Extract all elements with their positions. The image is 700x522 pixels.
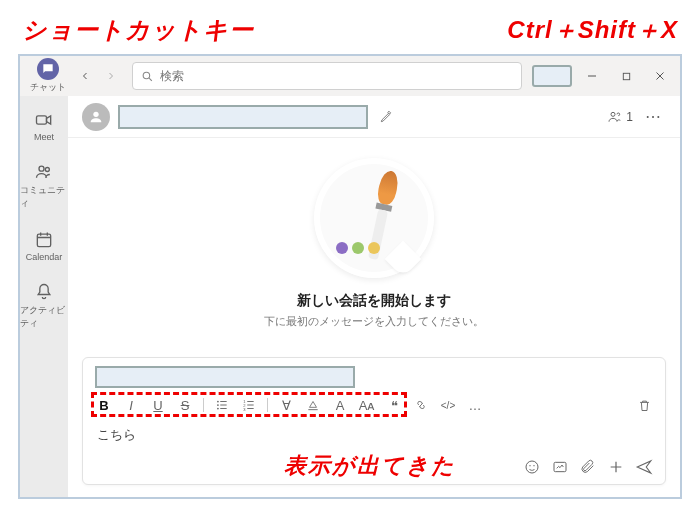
add-button[interactable]: [607, 458, 625, 476]
sidebar-item-label: Meet: [34, 132, 54, 142]
window-close-button[interactable]: [646, 62, 674, 90]
search-icon: [141, 70, 154, 83]
sidebar-item-calendar[interactable]: Calendar: [20, 230, 68, 262]
compose-box: B I U S 123 ∀ A: [82, 357, 666, 485]
svg-point-7: [611, 112, 615, 116]
sidebar-item-label: アクティビティ: [20, 304, 68, 330]
window-minimize-button[interactable]: [578, 62, 606, 90]
sidebar-item-meet[interactable]: Meet: [20, 110, 68, 142]
sidebar-item-activity[interactable]: アクティビティ: [20, 282, 68, 330]
contact-avatar[interactable]: [82, 103, 110, 131]
toolbar-separator: [267, 398, 268, 412]
people-small-icon: [607, 109, 623, 125]
number-list-button[interactable]: 123: [240, 396, 258, 414]
svg-point-4: [45, 168, 49, 172]
app-sidebar: Meet コミュニティ Calendar アクティビティ: [20, 96, 68, 497]
message-body[interactable]: こちら: [83, 420, 665, 452]
search-box[interactable]: [132, 62, 522, 90]
ellipsis-icon: ⋯: [645, 108, 662, 125]
subject-input[interactable]: [95, 366, 355, 388]
annotation-shortcut-label: ショートカットキー: [22, 14, 254, 46]
empty-state: 新しい会話を開始します 下に最初のメッセージを入力してください。: [68, 138, 680, 341]
svg-text:3: 3: [243, 407, 246, 412]
empty-state-illustration: [314, 158, 434, 278]
participant-count-value: 1: [626, 110, 633, 124]
annotation-shortcut-keys: Ctrl＋Shift＋X: [507, 14, 678, 46]
participant-count[interactable]: 1: [607, 109, 633, 125]
people-icon: [34, 162, 54, 182]
bullet-list-icon: [215, 398, 229, 412]
svg-point-9: [217, 404, 219, 406]
link-icon: [414, 398, 428, 412]
toolbar-more-button[interactable]: …: [466, 396, 484, 414]
trash-icon: [637, 398, 652, 413]
nav-back-button[interactable]: [74, 65, 96, 87]
bullet-list-button[interactable]: [213, 396, 231, 414]
svg-point-14: [526, 461, 538, 473]
maximize-icon: [621, 71, 632, 82]
svg-point-8: [217, 401, 219, 403]
sidebar-item-label: Calendar: [26, 252, 63, 262]
app-window: チャット Meet: [18, 54, 682, 499]
highlight-icon: [306, 398, 320, 412]
sidebar-item-label: コミュニティ: [20, 184, 68, 210]
delete-draft-button[interactable]: [635, 396, 653, 414]
sidebar-item-community[interactable]: コミュニティ: [20, 162, 68, 210]
font-size-button[interactable]: Aᴀ: [358, 396, 376, 414]
bell-icon: [34, 282, 54, 302]
chat-icon: [41, 62, 55, 76]
empty-state-title: 新しい会話を開始します: [297, 292, 451, 310]
svg-rect-2: [37, 116, 47, 124]
gif-icon: [552, 459, 568, 475]
font-color-button[interactable]: A: [331, 396, 349, 414]
svg-point-15: [529, 465, 530, 466]
compose-footer: [83, 452, 665, 484]
profile-thumbnail[interactable]: [532, 65, 572, 87]
clear-format-button[interactable]: ∀: [277, 396, 295, 414]
minimize-icon: [586, 70, 598, 82]
attach-button[interactable]: [579, 458, 597, 476]
toolbar-separator: [203, 398, 204, 412]
search-input[interactable]: [160, 69, 513, 83]
svg-point-3: [39, 166, 44, 171]
chevron-right-icon: [105, 70, 117, 82]
svg-point-6: [93, 111, 98, 116]
highlight-button[interactable]: [304, 396, 322, 414]
app-icon-chat[interactable]: チャット: [26, 58, 70, 94]
plus-icon: [608, 459, 624, 475]
contact-name-field[interactable]: [118, 105, 368, 129]
person-icon: [88, 109, 104, 125]
window-maximize-button[interactable]: [612, 62, 640, 90]
gif-button[interactable]: [551, 458, 569, 476]
paperclip-icon: [580, 459, 596, 475]
code-button[interactable]: </>: [439, 396, 457, 414]
bold-button[interactable]: B: [95, 396, 113, 414]
svg-point-10: [217, 408, 219, 410]
svg-point-0: [143, 72, 150, 79]
italic-button[interactable]: I: [122, 396, 140, 414]
svg-rect-5: [37, 234, 50, 247]
emoji-button[interactable]: [523, 458, 541, 476]
chat-header: 1 ⋯: [68, 96, 680, 138]
empty-state-subtitle: 下に最初のメッセージを入力してください。: [264, 314, 484, 329]
chevron-left-icon: [79, 70, 91, 82]
link-button[interactable]: [412, 396, 430, 414]
app-icon-label: チャット: [30, 81, 66, 94]
format-toolbar: B I U S 123 ∀ A: [83, 392, 665, 418]
nav-forward-button[interactable]: [100, 65, 122, 87]
pencil-icon: [379, 110, 393, 124]
underline-button[interactable]: U: [149, 396, 167, 414]
send-button[interactable]: [635, 458, 653, 476]
more-options-button[interactable]: ⋯: [641, 107, 666, 126]
svg-point-16: [533, 465, 534, 466]
strike-button[interactable]: S: [176, 396, 194, 414]
rename-button[interactable]: [376, 107, 396, 127]
send-icon: [635, 458, 653, 476]
video-icon: [34, 110, 54, 130]
chat-content: 1 ⋯ 新しい会話を開始します 下に最初のメッセージを入力してください。: [68, 96, 680, 497]
svg-rect-1: [623, 73, 629, 79]
quote-button[interactable]: ❝: [385, 396, 403, 414]
titlebar: チャット: [20, 56, 680, 96]
close-icon: [654, 70, 666, 82]
number-list-icon: 123: [242, 398, 256, 412]
